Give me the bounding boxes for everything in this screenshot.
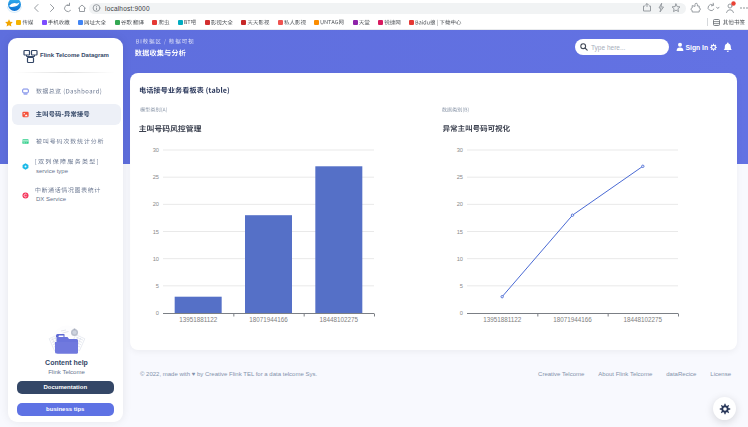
svg-text:20: 20 bbox=[456, 201, 462, 207]
svg-text:Sign In: Sign In bbox=[686, 44, 709, 52]
svg-text:5: 5 bbox=[155, 283, 158, 289]
svg-text:30: 30 bbox=[152, 147, 158, 153]
svg-text:0: 0 bbox=[459, 310, 462, 316]
svg-text:18448102275: 18448102275 bbox=[623, 316, 662, 323]
svg-text:15: 15 bbox=[456, 229, 462, 235]
svg-text:13951881122: 13951881122 bbox=[179, 316, 218, 323]
svg-text:10: 10 bbox=[152, 256, 158, 262]
svg-text:20: 20 bbox=[152, 201, 158, 207]
svg-text:15: 15 bbox=[152, 229, 158, 235]
svg-text:10: 10 bbox=[456, 256, 462, 262]
svg-text:18448102275: 18448102275 bbox=[319, 316, 358, 323]
svg-text:0: 0 bbox=[155, 310, 158, 316]
svg-text:30: 30 bbox=[456, 147, 462, 153]
svg-text:5: 5 bbox=[459, 283, 462, 289]
svg-text:25: 25 bbox=[456, 174, 462, 180]
svg-text:18071944166: 18071944166 bbox=[249, 316, 288, 323]
svg-text:25: 25 bbox=[152, 174, 158, 180]
svg-text:18071944166: 18071944166 bbox=[553, 316, 592, 323]
svg-text:13951881122: 13951881122 bbox=[483, 316, 522, 323]
